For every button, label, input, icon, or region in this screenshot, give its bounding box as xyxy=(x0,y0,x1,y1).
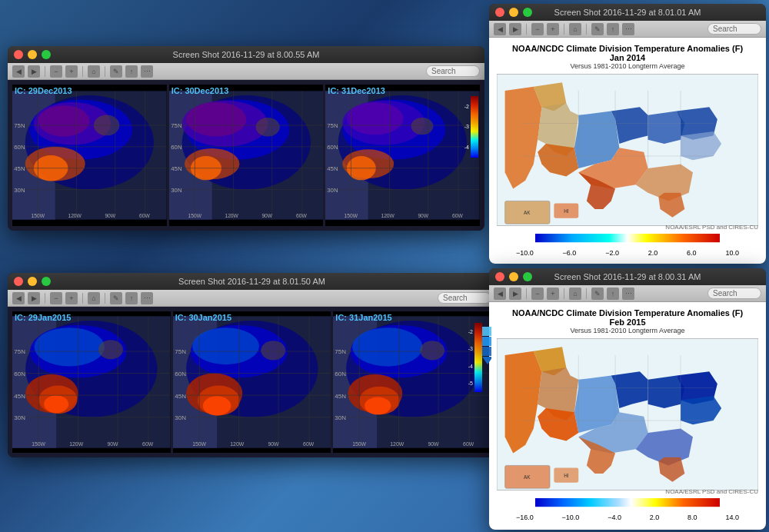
svg-text:90W: 90W xyxy=(268,441,279,447)
top-left-window: Screen Shot 2016-11-29 at 8.00.55 AM ◀ ▶… xyxy=(8,46,484,231)
edit-icon[interactable]: ✎ xyxy=(110,65,122,78)
share-icon[interactable]: ↑ xyxy=(125,65,138,78)
us-map-svg-tr: AK HI xyxy=(497,73,758,227)
maximize-btn-bl[interactable] xyxy=(42,277,51,286)
back-icon-tr[interactable]: ◀ xyxy=(494,23,506,35)
window-title-bottom-left: Screen Shot 2016-11-29 at 8.01.50 AM xyxy=(178,277,325,286)
svg-text:75N: 75N xyxy=(328,122,338,129)
sep3-bl xyxy=(105,293,105,304)
svg-text:60W: 60W xyxy=(452,213,463,218)
svg-text:120W: 120W xyxy=(230,441,244,447)
share-icon-br[interactable]: ↑ xyxy=(607,288,619,300)
close-btn-br[interactable] xyxy=(495,272,504,281)
sep1-tr xyxy=(526,24,527,35)
colorbar-label-bl-3: -4 xyxy=(468,364,473,369)
legend-label-tr-1: −6.0 xyxy=(563,249,577,257)
action-icon-tr[interactable]: ⋯ xyxy=(622,23,634,35)
map-3: IC: 31Dec2013 xyxy=(325,85,480,226)
search-input-top-right[interactable]: Search xyxy=(707,23,761,35)
zoom-out-icon[interactable]: − xyxy=(50,65,62,78)
sep2-bl xyxy=(82,293,83,304)
share-icon-tr[interactable]: ↑ xyxy=(607,23,619,35)
zoom-in-icon-bl[interactable]: + xyxy=(65,292,78,304)
map-svg-bl-2: 75N 60N 45N 30N 150W 120W 90W 60W xyxy=(173,311,331,453)
legend-label-tr-2: −2.0 xyxy=(605,249,619,257)
maximize-btn-tr[interactable] xyxy=(523,8,532,17)
svg-text:30N: 30N xyxy=(14,187,25,194)
window-title-top-right: Screen Shot 2016-11-29 at 8.01.01 AM xyxy=(554,8,701,17)
search-input-bottom-right[interactable]: Search xyxy=(707,288,761,299)
zoom-out-icon-tr[interactable]: − xyxy=(531,23,544,35)
sep1-bl xyxy=(45,293,45,304)
svg-text:150W: 150W xyxy=(32,441,45,447)
svg-text:30N: 30N xyxy=(171,187,181,194)
zoom-out-icon-bl[interactable]: − xyxy=(50,292,62,304)
chart-header-tr: NOAA/NCDC Climate Division Temperature A… xyxy=(497,44,758,70)
svg-text:60N: 60N xyxy=(171,144,181,151)
svg-point-55 xyxy=(347,102,404,135)
ic-label-2: IC: 30Dec2013 xyxy=(171,86,229,95)
svg-text:60N: 60N xyxy=(335,371,347,377)
maximize-btn-br[interactable] xyxy=(523,272,532,281)
zoom-in-icon-tr[interactable]: + xyxy=(547,23,559,35)
sep3 xyxy=(105,66,105,77)
edit-icon-tr[interactable]: ✎ xyxy=(591,23,604,35)
svg-text:90W: 90W xyxy=(105,213,115,218)
chart-subtitle-br: Versus 1981-2010 Longterm Average xyxy=(497,327,758,334)
svg-text:150W: 150W xyxy=(188,213,201,218)
zoom-out-icon-br[interactable]: − xyxy=(531,288,544,300)
svg-text:60W: 60W xyxy=(463,441,474,447)
svg-text:HI: HI xyxy=(564,473,569,478)
svg-point-104 xyxy=(192,328,259,364)
home-icon-bl[interactable]: ⌂ xyxy=(88,292,100,304)
forward-icon-tr[interactable]: ▶ xyxy=(509,23,521,35)
edit-icon-br[interactable]: ✎ xyxy=(591,288,604,300)
svg-text:30N: 30N xyxy=(328,187,338,194)
minimize-btn-bl[interactable] xyxy=(28,277,37,286)
action-icon[interactable]: ⋯ xyxy=(141,65,153,78)
maximize-btn[interactable] xyxy=(42,50,51,59)
svg-point-33 xyxy=(255,118,279,137)
svg-text:AK: AK xyxy=(524,474,531,480)
minimize-btn-tr[interactable] xyxy=(509,8,518,17)
home-icon-tr[interactable]: ⌂ xyxy=(569,23,581,35)
svg-text:75N: 75N xyxy=(175,348,186,355)
legend-label-br-4: 8.0 xyxy=(687,514,697,521)
chart-subtitle-tr: Versus 1981-2010 Longterm Average xyxy=(497,62,758,70)
home-icon[interactable]: ⌂ xyxy=(88,65,100,78)
edit-icon-bl[interactable]: ✎ xyxy=(110,292,122,304)
share-icon-bl[interactable]: ↑ xyxy=(125,292,138,304)
sep1 xyxy=(45,66,45,77)
zoom-in-icon[interactable]: + xyxy=(65,65,78,78)
close-btn-tr[interactable] xyxy=(495,8,504,17)
colorbar-bl: -2 -3 -4 -5 xyxy=(468,323,482,392)
forward-icon-br[interactable]: ▶ xyxy=(509,288,521,300)
forward-icon-bl[interactable]: ▶ xyxy=(28,292,40,304)
svg-text:150W: 150W xyxy=(345,213,358,218)
minimize-btn[interactable] xyxy=(28,50,37,59)
close-btn[interactable] xyxy=(14,50,23,59)
svg-text:120W: 120W xyxy=(225,213,238,218)
action-icon-br[interactable]: ⋯ xyxy=(622,288,634,300)
colorbar-label-3: -4 xyxy=(464,145,469,150)
legend-svg-tr xyxy=(516,234,739,246)
svg-point-129 xyxy=(352,328,422,366)
zoom-in-icon-br[interactable]: + xyxy=(547,288,559,300)
back-icon[interactable]: ◀ xyxy=(12,65,25,78)
forward-icon[interactable]: ▶ xyxy=(28,65,40,78)
colorbar-top-left: -2 -3 -4 xyxy=(464,96,478,158)
action-icon-bl[interactable]: ⋯ xyxy=(141,292,153,304)
us-map-svg-br: AK HI xyxy=(497,337,758,491)
svg-text:30N: 30N xyxy=(335,414,347,421)
minimize-btn-br[interactable] xyxy=(509,272,518,281)
svg-text:75N: 75N xyxy=(14,122,25,129)
back-icon-bl[interactable]: ◀ xyxy=(12,292,25,304)
search-input-top-left[interactable]: Search xyxy=(426,65,480,77)
back-icon-br[interactable]: ◀ xyxy=(494,288,506,300)
sep1-br xyxy=(526,288,527,299)
close-btn-bl[interactable] xyxy=(14,277,23,286)
svg-point-107 xyxy=(203,396,231,415)
content-bottom-left: IC: 29Jan2015 xyxy=(8,307,496,457)
home-icon-br[interactable]: ⌂ xyxy=(569,288,581,300)
search-input-bottom-left[interactable]: Search xyxy=(438,292,491,304)
